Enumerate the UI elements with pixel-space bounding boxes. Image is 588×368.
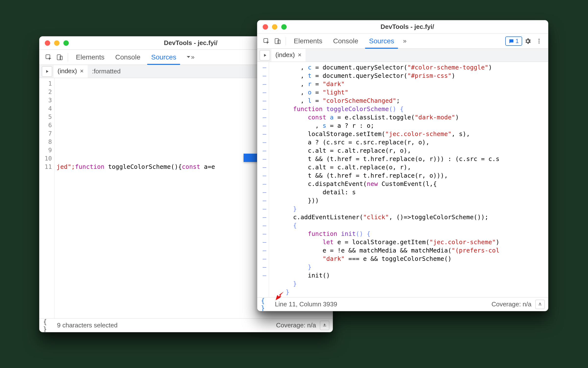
- status-text: 9 characters selected: [57, 322, 118, 329]
- show-navigator-icon[interactable]: [42, 66, 52, 77]
- filetab-label: (index): [275, 51, 295, 59]
- window-title: DevTools - jec.fyi/: [272, 23, 543, 31]
- filetab-label: (index): [58, 67, 77, 75]
- separator: [286, 37, 286, 45]
- tab-console[interactable]: Console: [328, 34, 364, 48]
- line-gutter: 1234567891011: [39, 78, 55, 318]
- status-text: Line 11, Column 3939: [275, 300, 337, 308]
- close-filetab-icon[interactable]: ×: [298, 51, 301, 59]
- issues-count: 1: [516, 38, 519, 45]
- settings-icon[interactable]: [522, 35, 533, 47]
- filetab-index[interactable]: (index) ×: [271, 49, 306, 62]
- issues-badge[interactable]: 1: [505, 36, 522, 46]
- filetab-formatted-label: :formatted: [89, 68, 124, 75]
- svg-point-7: [539, 40, 540, 41]
- kebab-menu-icon[interactable]: [533, 35, 545, 47]
- titlebar: DevTools - jec.fyi/: [257, 20, 548, 34]
- devtools-window-right: DevTools - jec.fyi/ Elements Console Sou…: [257, 20, 548, 311]
- tab-sources[interactable]: Sources: [146, 50, 182, 65]
- close-filetab-icon[interactable]: ×: [80, 67, 83, 75]
- device-toolbar-icon[interactable]: [272, 35, 283, 47]
- svg-point-6: [539, 39, 540, 40]
- tab-elements[interactable]: Elements: [288, 34, 328, 48]
- code-area[interactable]: , c = document.querySelector("#color-sch…: [269, 62, 548, 297]
- tab-elements[interactable]: Elements: [71, 50, 110, 65]
- svg-point-8: [539, 42, 540, 43]
- separator: [68, 53, 68, 61]
- device-toolbar-icon[interactable]: [54, 52, 65, 63]
- statusbar: { } 9 characters selected Coverage: n/a: [39, 318, 333, 332]
- file-tabbar: (index) ×: [257, 49, 548, 62]
- pretty-print-button[interactable]: { }: [43, 320, 53, 331]
- filetab-index[interactable]: (index) ×: [54, 65, 88, 78]
- devtools-tabstrip: Elements Console Sources » 1: [257, 34, 548, 49]
- tab-sources[interactable]: Sources: [364, 34, 400, 48]
- show-navigator-icon[interactable]: [260, 50, 270, 60]
- line-gutter: ––––––––––––––––––––––––––: [257, 62, 269, 297]
- close-window-icon[interactable]: [45, 40, 50, 46]
- inspect-element-icon[interactable]: [43, 52, 54, 63]
- coverage-label: Coverage: n/a: [276, 322, 316, 329]
- more-tabs-button[interactable]: »: [400, 34, 410, 48]
- coverage-toggle-icon[interactable]: [320, 321, 329, 330]
- inspect-element-icon[interactable]: [261, 35, 272, 47]
- more-tabs-button[interactable]: »: [182, 50, 198, 65]
- statusbar: { } Line 11, Column 3939 Coverage: n/a: [257, 297, 548, 311]
- coverage-toggle-icon[interactable]: [535, 300, 545, 309]
- code-editor[interactable]: –––––––––––––––––––––––––– , c = documen…: [257, 62, 548, 297]
- pretty-print-button[interactable]: { }: [261, 299, 271, 310]
- close-window-icon[interactable]: [263, 24, 268, 30]
- tab-console[interactable]: Console: [110, 50, 146, 65]
- coverage-label: Coverage: n/a: [492, 300, 531, 308]
